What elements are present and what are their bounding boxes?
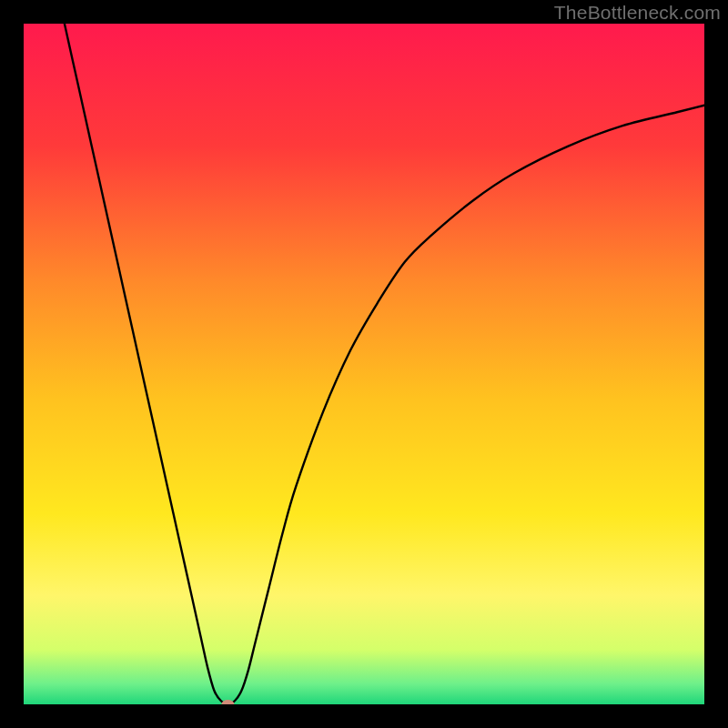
chart-background <box>24 24 704 704</box>
chart-svg <box>24 24 704 704</box>
watermark-text: TheBottleneck.com <box>554 2 721 24</box>
chart-plot-area <box>24 24 704 704</box>
chart-frame <box>24 24 704 704</box>
